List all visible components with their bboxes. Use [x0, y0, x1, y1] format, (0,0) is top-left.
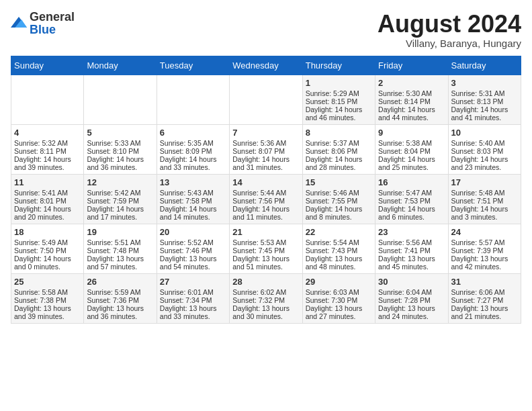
day-info: Daylight: 14 hours [14, 205, 81, 213]
day-number: 21 [232, 227, 299, 237]
day-info: Sunrise: 6:06 AM [451, 288, 518, 296]
day-info: Sunrise: 5:59 AM [87, 288, 153, 296]
day-info: Daylight: 13 hours [378, 255, 445, 263]
calendar-cell: 13Sunrise: 5:43 AMSunset: 7:58 PMDayligh… [157, 174, 229, 224]
header-friday: Friday [375, 56, 448, 75]
day-info: Sunset: 8:15 PM [306, 97, 372, 105]
day-info: and 23 minutes. [451, 163, 518, 171]
day-info: Daylight: 13 hours [87, 304, 153, 312]
day-info: and 17 minutes. [87, 213, 153, 221]
day-info: Sunset: 7:48 PM [87, 246, 153, 255]
calendar-cell: 30Sunrise: 6:04 AMSunset: 7:28 PMDayligh… [375, 273, 448, 323]
day-number: 1 [306, 78, 372, 88]
day-info: Sunrise: 5:49 AM [14, 238, 81, 246]
day-info: Sunrise: 5:46 AM [306, 189, 372, 197]
day-number: 8 [306, 128, 372, 138]
day-info: and 39 minutes. [14, 163, 81, 171]
calendar-cell: 9Sunrise: 5:38 AMSunset: 8:04 PMDaylight… [375, 124, 448, 174]
day-info: Sunset: 7:27 PM [451, 296, 518, 304]
day-info: Sunrise: 6:02 AM [232, 288, 299, 296]
day-number: 11 [14, 177, 81, 187]
weekday-header-row: Sunday Monday Tuesday Wednesday Thursday… [11, 56, 521, 75]
day-info: Sunset: 8:14 PM [378, 97, 445, 105]
day-info: Sunrise: 5:56 AM [378, 238, 445, 246]
day-info: Sunset: 7:39 PM [451, 246, 518, 255]
day-info: Daylight: 13 hours [451, 304, 518, 312]
calendar-week-5: 25Sunrise: 5:58 AMSunset: 7:38 PMDayligh… [11, 273, 521, 323]
day-info: and 48 minutes. [306, 263, 372, 271]
logo: General Blue [11, 11, 75, 36]
day-number: 23 [378, 227, 445, 237]
day-info: Sunrise: 5:51 AM [87, 238, 153, 246]
day-number: 7 [232, 128, 299, 138]
day-info: Daylight: 13 hours [87, 255, 153, 263]
day-info: Sunset: 8:13 PM [451, 97, 518, 105]
day-info: and 42 minutes. [451, 263, 518, 271]
calendar-cell: 4Sunrise: 5:32 AMSunset: 8:11 PMDaylight… [11, 124, 84, 174]
day-number: 13 [160, 177, 226, 187]
day-number: 24 [451, 227, 518, 237]
day-number: 29 [306, 277, 372, 287]
day-info: Sunset: 7:59 PM [87, 197, 153, 205]
day-info: Sunrise: 5:44 AM [232, 189, 299, 197]
day-info: and 36 minutes. [87, 312, 153, 320]
calendar-cell: 12Sunrise: 5:42 AMSunset: 7:59 PMDayligh… [84, 174, 157, 224]
day-number: 18 [14, 227, 81, 237]
day-info: Daylight: 13 hours [378, 304, 445, 312]
day-info: Sunset: 7:53 PM [378, 197, 445, 205]
calendar-cell: 8Sunrise: 5:37 AMSunset: 8:06 PMDaylight… [302, 124, 375, 174]
day-info: and 20 minutes. [14, 213, 81, 221]
day-info: Daylight: 14 hours [14, 155, 81, 163]
day-info: and 31 minutes. [232, 163, 299, 171]
day-info: and 36 minutes. [87, 163, 153, 171]
day-info: Daylight: 13 hours [160, 304, 226, 312]
calendar-week-2: 4Sunrise: 5:32 AMSunset: 8:11 PMDaylight… [11, 124, 521, 174]
day-number: 27 [160, 277, 226, 287]
day-info: Daylight: 14 hours [306, 155, 372, 163]
calendar-cell [157, 75, 229, 124]
day-info: and 28 minutes. [306, 163, 372, 171]
day-info: Daylight: 14 hours [451, 105, 518, 113]
calendar-cell: 24Sunrise: 5:57 AMSunset: 7:39 PMDayligh… [448, 224, 521, 273]
header-sunday: Sunday [11, 56, 84, 75]
day-info: Sunrise: 5:40 AM [451, 139, 518, 147]
calendar-cell: 22Sunrise: 5:54 AMSunset: 7:43 PMDayligh… [302, 224, 375, 273]
day-info: and 27 minutes. [306, 312, 372, 320]
day-info: and 33 minutes. [160, 163, 226, 171]
calendar-cell [230, 75, 302, 124]
day-info: Sunset: 7:46 PM [160, 246, 226, 255]
day-number: 28 [232, 277, 299, 287]
day-info: Sunrise: 5:31 AM [451, 89, 518, 97]
day-number: 2 [378, 78, 445, 88]
day-number: 15 [306, 177, 372, 187]
calendar-cell: 1Sunrise: 5:29 AMSunset: 8:15 PMDaylight… [302, 75, 375, 124]
day-info: Sunrise: 6:03 AM [306, 288, 372, 296]
day-info: Sunrise: 5:35 AM [160, 139, 226, 147]
day-info: and 33 minutes. [160, 312, 226, 320]
calendar-week-4: 18Sunrise: 5:49 AMSunset: 7:50 PMDayligh… [11, 224, 521, 273]
subtitle: Villany, Baranya, Hungary [378, 38, 521, 49]
calendar-cell: 7Sunrise: 5:36 AMSunset: 8:07 PMDaylight… [230, 124, 302, 174]
day-info: Daylight: 14 hours [378, 155, 445, 163]
day-number: 25 [14, 277, 81, 287]
day-info: and 44 minutes. [378, 113, 445, 122]
main-title: August 2024 [378, 11, 521, 38]
day-info: Sunset: 8:09 PM [160, 147, 226, 155]
day-info: Sunset: 7:58 PM [160, 197, 226, 205]
day-number: 16 [378, 177, 445, 187]
day-info: and 11 minutes. [232, 213, 299, 221]
day-info: Sunrise: 5:32 AM [14, 139, 81, 147]
day-info: Daylight: 13 hours [306, 304, 372, 312]
day-info: and 25 minutes. [378, 163, 445, 171]
day-info: and 39 minutes. [14, 312, 81, 320]
day-info: Daylight: 13 hours [451, 255, 518, 263]
day-info: Daylight: 14 hours [378, 105, 445, 113]
header-saturday: Saturday [448, 56, 521, 75]
calendar-cell: 27Sunrise: 6:01 AMSunset: 7:34 PMDayligh… [157, 273, 229, 323]
day-info: Sunset: 7:43 PM [306, 246, 372, 255]
day-info: Daylight: 14 hours [306, 205, 372, 213]
day-number: 9 [378, 128, 445, 138]
day-info: Daylight: 14 hours [160, 205, 226, 213]
calendar-cell: 15Sunrise: 5:46 AMSunset: 7:55 PMDayligh… [302, 174, 375, 224]
day-info: and 6 minutes. [378, 213, 445, 221]
